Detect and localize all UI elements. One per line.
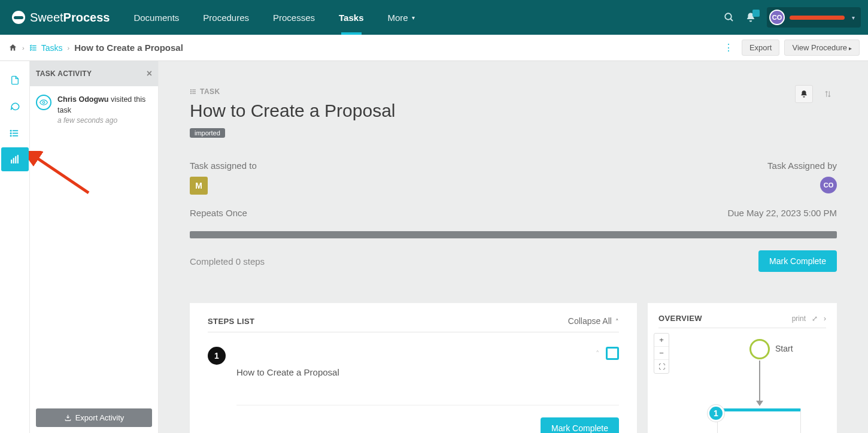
mark-complete-button[interactable]: Mark Complete — [758, 250, 837, 272]
zoom-fit[interactable]: ⛶ — [654, 360, 669, 373]
assigner-avatar[interactable]: CO — [820, 177, 837, 193]
chevron-right-icon: ▸ — [849, 45, 852, 52]
assigned-to: Task assigned to M — [190, 161, 257, 195]
meta-row: Repeats Once Due May 22, 2023 5:00 PM — [190, 208, 837, 218]
main: TASK ACTIVITY × Chris Odogwu visited thi… — [0, 61, 868, 433]
nav-documents[interactable]: Documents — [122, 0, 191, 35]
chevron-right-icon[interactable]: › — [824, 314, 826, 323]
breadcrumb-current: How to Create a Proposal — [74, 43, 183, 53]
activity-title: TASK ACTIVITY — [36, 69, 92, 78]
export-button[interactable]: Export — [742, 40, 780, 56]
view-procedure-button[interactable]: View Procedure▸ — [784, 40, 860, 56]
arrow-head-icon — [756, 401, 763, 406]
eye-icon — [36, 95, 51, 110]
node-number: 1 — [708, 405, 724, 422]
chevron-up-icon[interactable]: ˄ — [596, 349, 600, 358]
zoom-out[interactable]: − — [654, 347, 669, 360]
activity-item: Chris Odogwu visited this task a few sec… — [36, 95, 152, 126]
export-activity-button[interactable]: Export Activity — [36, 408, 152, 427]
avatar: CO — [769, 10, 785, 25]
svg-point-10 — [10, 135, 11, 136]
breadcrumb-tasks[interactable]: Tasks — [29, 43, 63, 53]
steps-head: STEPS LIST Collapse All ˄ — [208, 316, 619, 332]
zoom-controls: + − ⛶ — [654, 333, 669, 374]
chevron-down-icon: ▾ — [852, 14, 855, 21]
nav-more[interactable]: More▾ — [375, 0, 426, 35]
title-actions — [795, 85, 837, 103]
activity-footer: Export Activity — [30, 402, 158, 433]
panel-row: STEPS LIST Collapse All ˄ 1 ˄ How to Cre… — [190, 303, 837, 433]
step-item: 1 ˄ How to Create a Proposal Mark Comple… — [208, 347, 619, 433]
nav-items: Documents Procedures Processes Tasks Mor… — [122, 0, 426, 35]
sort-button[interactable] — [819, 85, 837, 103]
overview-tools: print ⤢ › — [792, 314, 826, 323]
logo[interactable]: SweetProcess — [0, 11, 122, 25]
svg-rect-14 — [17, 155, 19, 163]
list-icon — [190, 88, 197, 95]
task-title: How to Create a Proposal — [190, 101, 396, 121]
nav-tasks[interactable]: Tasks — [327, 0, 375, 35]
assign-row: Task assigned to M Task Assigned by CO — [190, 161, 837, 195]
svg-rect-12 — [13, 158, 14, 163]
step-title: How to Create a Proposal — [236, 367, 619, 377]
svg-point-21 — [191, 93, 192, 94]
download-icon — [64, 414, 72, 422]
rail-comments-icon[interactable] — [1, 95, 29, 119]
overview-head: OVERVIEW print ⤢ › — [658, 314, 826, 328]
kebab-icon[interactable]: ⋮ — [720, 42, 737, 53]
step-checkbox[interactable] — [606, 347, 619, 360]
svg-point-15 — [43, 101, 45, 104]
close-icon[interactable]: × — [147, 68, 152, 79]
search-icon[interactable] — [724, 12, 735, 23]
svg-line-1 — [730, 19, 733, 21]
notification-badge — [752, 10, 760, 17]
svg-rect-11 — [11, 159, 12, 163]
logo-text-process: Process — [63, 11, 110, 25]
svg-point-20 — [191, 92, 192, 92]
bell-icon[interactable] — [745, 12, 756, 23]
repeats-label: Repeats Once — [190, 208, 247, 218]
side-rail — [0, 61, 30, 433]
print-link[interactable]: print — [792, 314, 806, 323]
activity-text: Chris Odogwu visited this task a few sec… — [57, 95, 152, 126]
overview-panel: OVERVIEW print ⤢ › + − ⛶ Start — [648, 303, 837, 433]
assignee-badge[interactable]: M — [190, 177, 208, 195]
list-icon — [29, 44, 38, 52]
collapse-all[interactable]: Collapse All ˄ — [568, 316, 619, 326]
expand-icon[interactable]: ⤢ — [812, 314, 818, 323]
rail-document-icon[interactable] — [1, 68, 29, 92]
activity-body: Chris Odogwu visited this task a few sec… — [30, 86, 158, 402]
assigned-by: Task Assigned by CO — [767, 161, 837, 195]
zoom-in[interactable]: + — [654, 334, 669, 347]
start-node[interactable] — [749, 339, 770, 359]
activity-panel: TASK ACTIVITY × Chris Odogwu visited thi… — [30, 61, 159, 433]
content-area: TASK How to Create a Proposal imported T… — [159, 61, 868, 433]
imported-badge: imported — [190, 128, 225, 138]
nav-processes[interactable]: Processes — [261, 0, 327, 35]
notify-button[interactable] — [795, 85, 813, 103]
user-name-redacted — [790, 16, 845, 20]
step-node[interactable]: Untitled Step — [717, 408, 801, 433]
start-label: Start — [775, 344, 793, 353]
nav-procedures[interactable]: Procedures — [191, 0, 261, 35]
svg-point-9 — [10, 132, 11, 133]
completed-steps-label: Completed 0 steps — [190, 256, 265, 267]
task-kicker: TASK — [190, 87, 220, 96]
rail-list-icon[interactable] — [1, 121, 29, 145]
user-menu[interactable]: CO ▾ — [767, 7, 861, 28]
steps-panel: STEPS LIST Collapse All ˄ 1 ˄ How to Cre… — [190, 303, 637, 433]
due-label: Due May 22, 2023 5:00 PM — [727, 208, 837, 218]
svg-point-8 — [10, 130, 11, 131]
svg-rect-13 — [15, 156, 16, 163]
breadcrumb-bar: › Tasks › How to Create a Proposal ⋮ Exp… — [0, 35, 868, 61]
home-icon[interactable] — [8, 43, 17, 52]
nav-right: CO ▾ — [724, 7, 868, 28]
step-mark-complete-button[interactable]: Mark Complete — [541, 417, 619, 433]
rail-activity-icon[interactable] — [1, 147, 29, 171]
crumb-sep: › — [22, 44, 25, 52]
overview-diagram: Start 1 Untitled Step — [676, 334, 826, 433]
complete-row: Completed 0 steps Mark Complete — [190, 250, 837, 272]
activity-header: TASK ACTIVITY × — [30, 61, 158, 86]
bell-icon — [800, 90, 808, 98]
caret-down-icon: ▾ — [412, 14, 415, 21]
